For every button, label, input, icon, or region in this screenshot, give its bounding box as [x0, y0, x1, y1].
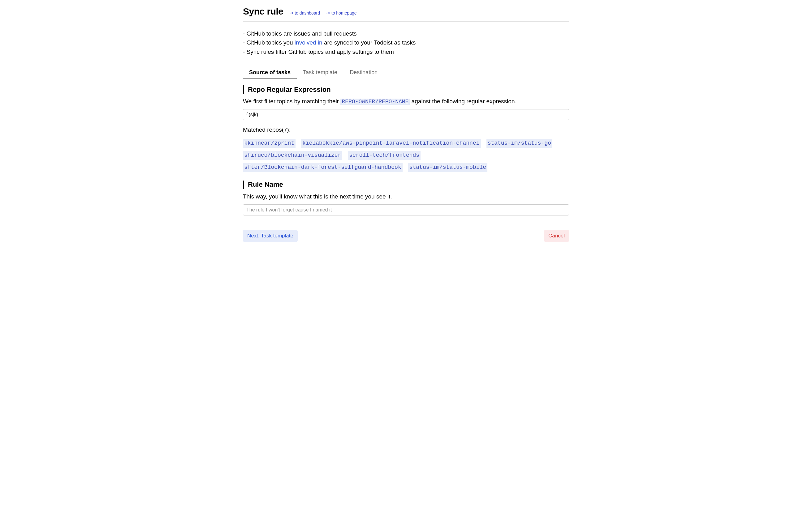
heading-rule-name: Rule Name: [248, 180, 283, 188]
header-divider: [243, 21, 569, 22]
regex-input[interactable]: [243, 109, 569, 120]
matched-repos-label: Matched repos(7):: [243, 126, 569, 133]
code-repo-owner-name: REPO-OWNER/REPO-NAME: [340, 99, 410, 105]
repo-tag: kielabokkie/aws-pinpoint-laravel-notific…: [301, 139, 481, 148]
section-heading-repo-regex: Repo Regular Expression: [243, 85, 569, 94]
heading-repo-regex: Repo Regular Expression: [248, 86, 331, 94]
repo-tag: sfter/Blockchain-dark-forest-selfguard-h…: [243, 163, 403, 172]
matched-repos-list: kkinnear/zprintkielabokkie/aws-pinpoint-…: [243, 139, 569, 172]
repo-tag: status-im/status-go: [487, 139, 552, 148]
tabs: Source of tasks Task template Destinatio…: [243, 67, 569, 79]
cancel-button[interactable]: Cancel: [544, 230, 569, 242]
repo-tag: status-im/status-mobile: [408, 163, 488, 172]
repo-tag: kkinnear/zprint: [243, 139, 296, 148]
tab-destination[interactable]: Destination: [350, 67, 377, 79]
link-involved-in[interactable]: involved in: [295, 39, 322, 46]
section-heading-rule-name: Rule Name: [243, 180, 569, 189]
rule-name-description: This way, you'll know what this is the n…: [243, 193, 569, 200]
heading-bar-icon: [243, 180, 244, 189]
description-block: - GitHub topics are issues and pull requ…: [243, 29, 569, 56]
description-line-2: - GitHub topics you involved in are sync…: [243, 38, 569, 47]
link-homepage[interactable]: -> to homepage: [326, 10, 356, 15]
description-line-3: - Sync rules filter GitHub topics and ap…: [243, 47, 569, 56]
repo-regex-description: We first filter topics by matching their…: [243, 98, 569, 105]
rule-name-input[interactable]: [243, 204, 569, 216]
repo-tag: shiruco/blockchain-visualizer: [243, 151, 342, 160]
heading-bar-icon: [243, 85, 244, 94]
tab-task-template[interactable]: Task template: [303, 67, 337, 79]
page-title: Sync rule: [243, 6, 284, 17]
tab-source-of-tasks[interactable]: Source of tasks: [249, 67, 291, 79]
next-button[interactable]: Next: Task template: [243, 230, 298, 242]
description-line-1: - GitHub topics are issues and pull requ…: [243, 29, 569, 38]
link-dashboard[interactable]: -> to dashboard: [290, 10, 320, 15]
repo-tag: scroll-tech/frontends: [348, 151, 420, 160]
